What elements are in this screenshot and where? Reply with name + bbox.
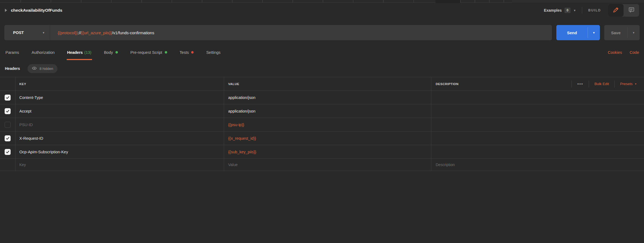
key-input-placeholder[interactable]: Key bbox=[19, 163, 26, 167]
collapse-arrow-icon[interactable] bbox=[5, 9, 7, 12]
headers-section-title: Headers bbox=[5, 66, 20, 71]
send-button[interactable]: Send bbox=[556, 25, 588, 40]
request-tabs: Params Authorization Headers(13) Body Pr… bbox=[0, 45, 644, 60]
bulk-edit-link[interactable]: Bulk Edit bbox=[594, 82, 609, 86]
tab-pre-request-script[interactable]: Pre-request Script bbox=[130, 45, 168, 60]
url-literal: /v1/funds-confirmations bbox=[112, 30, 154, 35]
tab-label: Tests bbox=[180, 50, 189, 55]
divider bbox=[582, 7, 582, 14]
tab-label: Headers bbox=[67, 50, 83, 55]
row-checkbox[interactable] bbox=[5, 122, 11, 128]
pane-toggle-group bbox=[608, 4, 639, 17]
edit-mode-button[interactable] bbox=[608, 4, 624, 17]
chevron-down-icon: ▼ bbox=[632, 31, 635, 34]
method-selector[interactable]: POST ▼ bbox=[4, 25, 50, 40]
tab-params[interactable]: Params bbox=[5, 45, 20, 60]
send-options-button[interactable]: ▼ bbox=[588, 25, 600, 40]
tab-label: Body bbox=[104, 50, 113, 55]
tab-label: Params bbox=[5, 50, 19, 55]
url-variable: {{url_azure_piis}} bbox=[81, 30, 112, 35]
cookies-link[interactable]: Cookies bbox=[608, 50, 622, 55]
tab-headers[interactable]: Headers(13) bbox=[67, 45, 92, 60]
empty-checkbox-cell bbox=[0, 159, 16, 171]
more-options-icon[interactable]: ••• bbox=[577, 82, 583, 86]
request-title-bar: checkAvailabilityOfFunds Examples 0 ▼ BU… bbox=[0, 3, 644, 18]
save-options-button[interactable]: ▼ bbox=[628, 25, 640, 40]
build-label: BUILD bbox=[588, 8, 601, 12]
pencil-icon bbox=[612, 6, 619, 14]
url-literal: :// bbox=[78, 30, 81, 35]
value-input-placeholder[interactable]: Value bbox=[228, 163, 238, 167]
description-input-placeholder[interactable]: Description bbox=[436, 163, 455, 167]
header-key[interactable]: Content-Type bbox=[19, 95, 43, 100]
divider bbox=[572, 80, 572, 88]
row-checkbox[interactable] bbox=[5, 95, 11, 101]
eye-icon bbox=[32, 66, 37, 71]
headers-table: KEY VALUE DESCRIPTION ••• Bulk Edit Pres… bbox=[0, 77, 644, 171]
new-header-row: Key Value Description bbox=[0, 159, 644, 171]
tab-tests[interactable]: Tests bbox=[179, 45, 194, 60]
column-header-description: DESCRIPTION bbox=[436, 82, 459, 86]
column-header-key: KEY bbox=[19, 82, 26, 86]
row-checkbox[interactable] bbox=[5, 135, 11, 141]
tab-label: Settings bbox=[206, 50, 220, 55]
header-value[interactable]: application/json bbox=[228, 109, 255, 113]
hidden-count-label: 8 hidden bbox=[39, 67, 53, 71]
chevron-down-icon: ▼ bbox=[593, 31, 595, 34]
red-status-dot bbox=[191, 51, 194, 54]
comments-button[interactable] bbox=[624, 4, 639, 17]
table-row: Ocp-Apim-Subscription-Key {{sub_key_piis… bbox=[0, 145, 644, 159]
header-value[interactable]: {{sub_key_piis}} bbox=[228, 150, 256, 154]
workspace-tab-strip bbox=[0, 0, 644, 3]
tab-settings[interactable]: Settings bbox=[206, 45, 221, 60]
divider bbox=[614, 80, 615, 88]
tab-body[interactable]: Body bbox=[103, 45, 118, 60]
green-status-dot bbox=[115, 51, 118, 54]
header-value[interactable]: application/json bbox=[228, 95, 255, 100]
request-url-row: POST ▼ {{protocol}}://{{url_azure_piis}}… bbox=[0, 25, 644, 40]
table-header-row: KEY VALUE DESCRIPTION ••• Bulk Edit Pres… bbox=[0, 77, 644, 91]
green-status-dot bbox=[165, 51, 167, 54]
divider bbox=[589, 80, 589, 88]
examples-dropdown[interactable]: Examples bbox=[544, 8, 561, 13]
presets-dropdown[interactable]: Presets▾ bbox=[620, 82, 636, 86]
tab-label: Pre-request Script bbox=[130, 50, 162, 55]
comment-icon bbox=[628, 6, 635, 14]
table-row: PSU-ID {{psu-ip}} bbox=[0, 118, 644, 132]
presets-label: Presets bbox=[620, 82, 633, 86]
tab-label: Authorization bbox=[32, 50, 55, 55]
chevron-down-icon[interactable]: ▼ bbox=[573, 9, 576, 12]
url-bar: POST ▼ {{protocol}}://{{url_azure_piis}}… bbox=[4, 25, 552, 40]
save-button[interactable]: Save bbox=[604, 25, 627, 40]
column-header-value: VALUE bbox=[228, 82, 239, 86]
header-key[interactable]: Accept bbox=[19, 109, 31, 113]
headers-subheader: Headers 8 hidden bbox=[0, 60, 644, 77]
select-all-cell bbox=[0, 77, 16, 91]
table-row: X-Request-ID {{x_request_id}} bbox=[0, 132, 644, 145]
examples-count-badge: 0 bbox=[564, 8, 571, 13]
tab-strip-empty-area bbox=[512, 0, 644, 3]
chevron-down-icon: ▼ bbox=[42, 31, 45, 34]
send-button-group: Send ▼ bbox=[556, 25, 600, 40]
table-row: Content-Type application/json bbox=[0, 91, 644, 104]
method-label: POST bbox=[13, 30, 24, 35]
row-checkbox[interactable] bbox=[5, 108, 11, 114]
active-workspace-tab[interactable] bbox=[435, 0, 460, 3]
save-button-group: Save ▼ bbox=[604, 25, 640, 40]
header-key[interactable]: Ocp-Apim-Subscription-Key bbox=[19, 150, 68, 154]
url-variable: {{protocol}} bbox=[58, 30, 78, 35]
tab-authorization[interactable]: Authorization bbox=[31, 45, 55, 60]
header-value[interactable]: {{psu-ip}} bbox=[228, 123, 244, 127]
chevron-down-icon: ▾ bbox=[635, 82, 636, 85]
tab-strip-separators bbox=[20, 0, 430, 3]
headers-count: (13) bbox=[84, 50, 91, 55]
header-key[interactable]: X-Request-ID bbox=[19, 136, 43, 141]
row-checkbox[interactable] bbox=[5, 149, 11, 155]
hidden-headers-toggle[interactable]: 8 hidden bbox=[28, 64, 57, 73]
header-key[interactable]: PSU-ID bbox=[19, 123, 33, 127]
table-row: Accept application/json bbox=[0, 104, 644, 118]
tab-strip-separators-small bbox=[460, 0, 512, 3]
header-value[interactable]: {{x_request_id}} bbox=[228, 136, 256, 141]
url-input[interactable]: {{protocol}}://{{url_azure_piis}}/v1/fun… bbox=[50, 30, 154, 35]
code-link[interactable]: Code bbox=[630, 50, 639, 55]
